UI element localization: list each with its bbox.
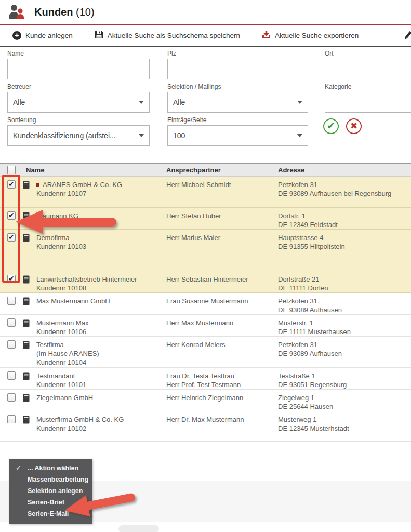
address-line: Petzkofen 31 — [278, 340, 408, 349]
menu-item-selektion-anlegen[interactable]: Selektion anlegen — [9, 485, 92, 497]
address-line: Ziegelweg 1 — [278, 393, 408, 402]
status-bullet-icon — [36, 183, 39, 187]
address-line: DE 12345 Musterhstadt — [278, 424, 408, 433]
row-checkbox[interactable] — [7, 211, 16, 220]
customer-name: Max Mustermann GmbH — [36, 297, 110, 305]
save-floppy-icon — [95, 30, 103, 41]
menu-item-aktion-waehlen[interactable]: ✓ ... Aktion wählen — [9, 462, 92, 474]
customer-name: Testfirma — [36, 341, 64, 349]
table-row[interactable]: Musterfirma GmbH & Co. KG Kundennr 10102… — [0, 411, 411, 442]
customer-table-body: ARANES GmbH & Co. KG Kundennr 10107 Herr… — [0, 177, 411, 442]
table-header-row: Name Ansprechpartner Adresse — [0, 164, 411, 177]
customer-subline: (Im Hause ARANES) — [36, 349, 162, 358]
sortierung-filter-label: Sortierung — [7, 116, 150, 124]
table-row[interactable]: Max Mustermann GmbH Frau Susanne Musterm… — [0, 293, 411, 315]
plz-filter-input[interactable] — [167, 59, 308, 79]
table-row[interactable]: Demofirma Kundennr 10103 Herr Marius Mai… — [0, 230, 411, 271]
company-icon — [23, 181, 30, 189]
kategorie-filter-input[interactable] — [325, 92, 411, 113]
customer-subline: Kundennr 10107 — [36, 189, 162, 198]
customer-name-cell: Blaumann KG — [36, 208, 166, 229]
row-checkbox[interactable] — [7, 340, 16, 349]
sortierung-selected-value: Kundenklassifizierung (aufstei... — [13, 131, 116, 140]
contact-line: Herr Sebastian Hintermeier — [166, 275, 275, 284]
address-cell: Ziegelweg 1DE 25644 Hausen — [278, 390, 411, 411]
betreuer-select[interactable]: Alle — [7, 92, 150, 113]
selektion-selected-value: Alle — [173, 98, 185, 107]
table-row[interactable]: Blaumann KG Herr Stefan Huber Dorfstr. 1… — [0, 208, 411, 230]
customer-subline: Kundennr 10103 — [36, 242, 162, 251]
reset-search-button[interactable]: ✖ — [346, 118, 362, 134]
row-checkbox[interactable] — [7, 393, 16, 402]
row-checkbox[interactable] — [7, 371, 16, 380]
company-icon — [23, 275, 30, 284]
chevron-down-icon — [297, 101, 302, 104]
row-checkbox[interactable] — [7, 180, 16, 189]
menu-item-massenbearbeitung[interactable]: Massenbearbeitung — [9, 474, 92, 485]
kunden-page: Kunden (10) + Kunde anlegen Aktuelle Suc… — [0, 0, 411, 532]
table-row[interactable]: Testfirma (Im Hause ARANES)Kundennr 1010… — [0, 337, 411, 368]
export-search-button[interactable]: Aktuelle Suche exportieren — [262, 30, 359, 41]
customer-subline: Kundennr 10102 — [36, 424, 162, 433]
menu-item-label: Serien-Brief — [28, 499, 64, 506]
column-header-name: Name — [23, 166, 166, 174]
customer-table: Name Ansprechpartner Adresse ARANES GmbH… — [0, 163, 411, 442]
address-cell: Musterstr. 1DE 11111 Musterhausen — [278, 315, 411, 336]
customer-name-cell: Demofirma Kundennr 10103 — [36, 230, 166, 271]
address-line: Teststraße 1 — [278, 371, 408, 380]
chevron-down-icon — [139, 134, 144, 137]
ort-filter-input[interactable] — [325, 59, 411, 79]
address-cell: Musterweg 1DE 12345 Musterhstadt — [278, 411, 411, 441]
customer-name-cell: Testfirma (Im Hause ARANES)Kundennr 1010… — [36, 337, 166, 367]
address-cell: Petzkofen 31DE 93089 Aufhausen — [278, 337, 411, 367]
table-row[interactable]: Ziegelmann GmbH Herr Heinrich Ziegelmann… — [0, 390, 411, 411]
create-customer-button[interactable]: + Kunde anlegen — [12, 31, 73, 40]
green-check-icon: ✔ — [327, 121, 335, 131]
company-icon — [23, 372, 30, 380]
address-line: DE 11111 Dorfen — [278, 284, 408, 292]
record-count: (10) — [76, 6, 95, 18]
chevron-down-icon — [139, 101, 144, 104]
table-row[interactable]: Lanwirtschaftsbetrieb Hintermeier Kunden… — [0, 271, 411, 293]
customer-name-cell: Max Mustermann GmbH — [36, 293, 166, 314]
selektion-select[interactable]: Alle — [167, 92, 308, 113]
menu-item-serien-e-mail[interactable]: Serien-E-Mail — [9, 508, 92, 520]
ort-filter-label: Ort — [325, 50, 411, 57]
customer-name-cell: ARANES GmbH & Co. KG Kundennr 10107 — [36, 177, 166, 207]
address-cell: Petzkofen 31DE 93089 Aufhausen — [278, 293, 411, 314]
address-line: DE 93089 Aufhausen bei Regensburg — [278, 189, 408, 198]
page-header: Kunden (10) — [0, 0, 411, 25]
customers-people-icon — [6, 3, 27, 21]
menu-item-label: Massenbearbeitung — [28, 476, 88, 483]
row-checkbox[interactable] — [7, 275, 16, 283]
row-checkbox[interactable] — [7, 415, 16, 423]
row-checkbox[interactable] — [7, 297, 16, 305]
table-row[interactable]: Testmandant Kundennr 10101 Frau Dr. Test… — [0, 368, 411, 390]
eintraege-select[interactable]: 100 — [167, 125, 308, 146]
edit-pencil-icon[interactable] — [402, 30, 411, 42]
save-search-schema-button[interactable]: Aktuelle Suche als Suchschema speichern — [95, 30, 240, 41]
contact-cell: Herr Marius Maier — [166, 230, 278, 271]
contact-cell: Herr Max Mustermann — [166, 315, 278, 336]
menu-item-serien-brief[interactable]: Serien-Brief — [9, 497, 92, 508]
apply-search-button[interactable]: ✔ — [323, 118, 339, 134]
table-row[interactable]: Mustermann Max Kundennr 10106 Herr Max M… — [0, 315, 411, 337]
check-icon: ✓ — [16, 462, 21, 474]
address-line: Dorfstr. 1 — [278, 211, 408, 220]
sortierung-select[interactable]: Kundenklassifizierung (aufstei... — [7, 125, 150, 146]
contact-line: Herr Max Mustermann — [166, 318, 275, 327]
name-filter-input[interactable] — [7, 59, 150, 79]
eintraege-selected-value: 100 — [173, 131, 185, 140]
row-checkbox[interactable] — [7, 318, 16, 327]
customer-name: Blaumann KG — [36, 212, 78, 220]
row-checkbox[interactable] — [7, 233, 16, 242]
address-line: Petzkofen 31 — [278, 180, 408, 189]
contact-cell: Herr Dr. Max Mustermann — [166, 411, 278, 441]
export-download-icon — [262, 30, 271, 41]
company-icon — [23, 341, 30, 349]
table-row[interactable]: ARANES GmbH & Co. KG Kundennr 10107 Herr… — [0, 177, 411, 208]
address-line: DE 25644 Hausen — [278, 402, 408, 411]
select-all-checkbox[interactable] — [7, 166, 16, 174]
plus-circle-icon: + — [12, 31, 21, 40]
betreuer-filter-label: Betreuer — [7, 83, 150, 90]
